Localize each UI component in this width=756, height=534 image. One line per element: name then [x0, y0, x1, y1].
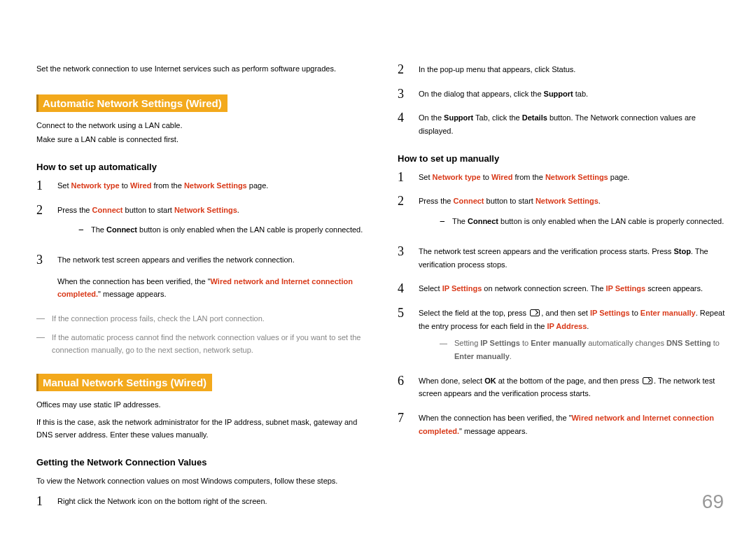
page-content: Set the network connection to use Intern… — [0, 0, 756, 519]
step-number: 2 — [36, 204, 46, 216]
manual-sub-2: If this is the case, ask the network adm… — [36, 416, 364, 442]
list-item: 5 Select the field at the top, press , a… — [398, 307, 725, 363]
auto-steps: 1 Set Network type to Wired from the Net… — [36, 179, 364, 301]
step-body: The network test screen appears and veri… — [57, 253, 364, 301]
list-item: 1 Set Network type to Wired from the Net… — [36, 179, 364, 192]
list-item: ‒ The Connect button is only enabled whe… — [57, 223, 364, 237]
getting-intro: To view the Network connection values on… — [36, 475, 364, 488]
step-body: On the Support Tab, click the Details bu… — [419, 111, 725, 137]
getting-head: Getting the Network Connection Values — [36, 457, 364, 468]
right-column: 2 In the pop-up menu that appears, click… — [398, 63, 725, 519]
getting-steps-left: 1 Right click the Network icon on the bo… — [36, 495, 364, 508]
step-number: 3 — [398, 87, 407, 100]
auto-heading: Automatic Network Settings (Wired) — [36, 94, 227, 112]
manual-steps: 1 Set Network type to Wired from the Net… — [398, 171, 725, 438]
step-number: 4 — [398, 282, 407, 295]
auto-sub-2: Make sure a LAN cable is connected first… — [36, 133, 364, 146]
list-item: 4 Select IP Settings on network connecti… — [398, 282, 725, 295]
getting-steps-right: 2 In the pop-up menu that appears, click… — [398, 63, 725, 138]
enter-icon — [643, 377, 652, 384]
list-item: 2 Press the Connect button to start Netw… — [398, 195, 725, 233]
step-number: 3 — [398, 245, 407, 258]
step-number: 2 — [398, 63, 407, 76]
list-item: 1 Set Network type to Wired from the Net… — [398, 171, 725, 184]
dash-icon: ― — [36, 331, 45, 357]
step-body: In the pop-up menu that appears, click S… — [419, 63, 725, 76]
how-manual-head: How to set up manually — [398, 153, 725, 164]
dash-icon: ‒ — [440, 215, 445, 228]
dash-icon: ― — [440, 337, 447, 363]
step-number: 1 — [36, 179, 46, 192]
list-item: ―If the connection process fails, check … — [36, 312, 364, 325]
auto-sub-1: Connect to the network using a LAN cable… — [36, 119, 364, 132]
step-number: 6 — [398, 374, 407, 387]
list-item: 3 The network test screen appears and th… — [398, 245, 725, 271]
step-number: 1 — [36, 495, 46, 507]
dash-icon: ‒ — [78, 223, 84, 237]
manual-sub-1: Offices may use static IP addresses. — [36, 398, 364, 412]
step-body: Right click the Network icon on the bott… — [57, 495, 364, 508]
step-body: Press the Connect button to start Networ… — [57, 204, 364, 242]
list-item: 3 On the dialog that appears, click the … — [398, 87, 725, 101]
list-item: ‒ The Connect button is only enabled whe… — [419, 215, 725, 228]
list-item: ―If the automatic process cannot find th… — [36, 331, 364, 357]
step-body: Set Network type to Wired from the Netwo… — [57, 179, 364, 192]
how-auto-head: How to set up automatically — [36, 162, 364, 172]
list-item: 2 In the pop-up menu that appears, click… — [398, 63, 725, 76]
step-number: 3 — [36, 253, 46, 266]
intro-text: Set the network connection to use Intern… — [36, 63, 364, 75]
step-number: 1 — [398, 171, 407, 183]
list-item: 6 When done, select OK at the bottom of … — [398, 374, 725, 400]
list-item: 2 Press the Connect button to start Netw… — [36, 204, 364, 242]
enter-icon — [530, 309, 540, 316]
step-number: 7 — [398, 412, 407, 424]
list-item: 3 The network test screen appears and ve… — [36, 253, 364, 301]
list-item: 1 Right click the Network icon on the bo… — [36, 495, 364, 508]
step-body: On the dialog that appears, click the Su… — [419, 87, 725, 101]
nested-note: ― Setting IP Settings to Enter manually … — [419, 337, 725, 363]
list-item: 4 On the Support Tab, click the Details … — [398, 111, 725, 137]
list-item: 7 When the connection has been verified,… — [398, 412, 725, 437]
step-number: 5 — [398, 307, 407, 319]
gray-notes: ―If the connection process fails, check … — [36, 312, 364, 357]
dash-icon: ― — [36, 312, 45, 325]
left-column: Set the network connection to use Intern… — [36, 63, 364, 519]
step-number: 2 — [398, 195, 407, 207]
step-number: 4 — [398, 111, 407, 124]
manual-heading: Manual Network Settings (Wired) — [36, 374, 212, 391]
page-number: 69 — [702, 491, 724, 513]
